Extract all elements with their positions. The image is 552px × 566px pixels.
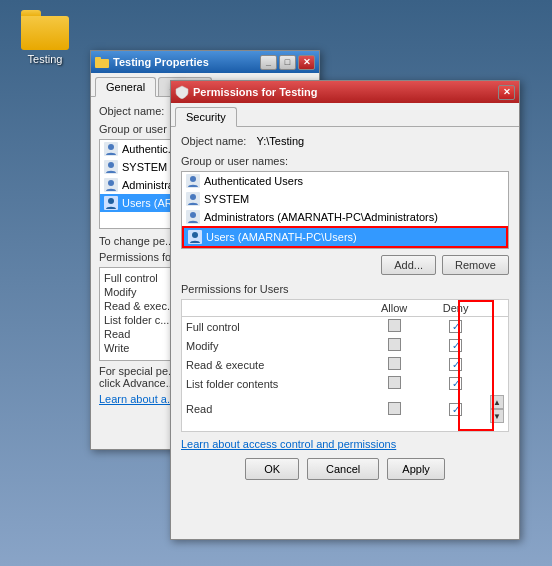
table-row: Full control ✓ (182, 317, 508, 337)
object-name-label: Object name: (99, 105, 164, 117)
perms-close-button[interactable]: ✕ (498, 85, 515, 100)
user-icon (104, 142, 118, 156)
learn-perms-link[interactable]: Learn about access control and permissio… (181, 438, 396, 450)
deny-cell[interactable]: ✓ (425, 374, 486, 393)
deny-checkbox[interactable]: ✓ (449, 339, 462, 352)
user-name: Administrators (AMARNATH-PC\Administrato… (204, 211, 438, 223)
list-item[interactable]: SYSTEM (182, 190, 508, 208)
allow-cell[interactable] (363, 355, 425, 374)
add-remove-row: Add... Remove (181, 255, 509, 275)
allow-checkbox[interactable] (388, 402, 401, 415)
remove-button[interactable]: Remove (442, 255, 509, 275)
user-icon (188, 230, 202, 244)
list-item[interactable]: Administrators (AMARNATH-PC\Administrato… (182, 208, 508, 226)
perms-table-wrapper: Allow Deny Full control ✓ (181, 299, 509, 432)
perms-object-label: Object name: (181, 135, 246, 147)
perms-titlebar-buttons: ✕ (498, 85, 515, 100)
perms-tab-bar: Security (171, 103, 519, 127)
perms-dialog-window: Permissions for Testing ✕ Security Objec… (170, 80, 520, 540)
deny-checkbox[interactable]: ✓ (449, 403, 462, 416)
allow-cell[interactable] (363, 317, 425, 337)
maximize-button[interactable]: □ (279, 55, 296, 70)
scroll-spacer (486, 300, 508, 317)
user-name: Users (AMARNATH-PC\Users) (206, 231, 357, 243)
allow-cell[interactable] (363, 393, 425, 425)
user-icon (104, 196, 118, 210)
table-row: Read & execute ✓ (182, 355, 508, 374)
perms-dialog-titlebar: Permissions for Testing ✕ (171, 81, 519, 103)
allow-checkbox[interactable] (388, 357, 401, 370)
deny-checkbox[interactable]: ✓ (449, 320, 462, 333)
ok-button[interactable]: OK (245, 458, 299, 480)
tab-security[interactable]: Security (175, 107, 237, 127)
folder-icon (21, 10, 69, 50)
titlebar-buttons: _ □ ✕ (260, 55, 315, 70)
allow-checkbox[interactable] (388, 319, 401, 332)
folder-item[interactable]: Testing (10, 10, 80, 65)
col-header-deny: Deny (425, 300, 486, 317)
scroll-up-arrow[interactable]: ▲ (490, 395, 504, 409)
apply-button[interactable]: Apply (387, 458, 445, 480)
perms-users-list: Authenticated Users SYSTEM Administrator… (181, 171, 509, 249)
svg-point-15 (190, 212, 196, 218)
minimize-button[interactable]: _ (260, 55, 277, 70)
tab-general[interactable]: General (95, 77, 156, 97)
allow-cell[interactable] (363, 336, 425, 355)
table-row: List folder contents ✓ (182, 374, 508, 393)
list-item-selected[interactable]: Users (AMARNATH-PC\Users) (182, 226, 508, 248)
cancel-button[interactable]: Cancel (307, 458, 379, 480)
deny-cell[interactable]: ✓ (425, 355, 486, 374)
allow-cell[interactable] (363, 374, 425, 393)
testing-props-title: Testing Properties (113, 56, 260, 68)
add-button[interactable]: Add... (381, 255, 436, 275)
desktop: Testing Testing Properties _ □ ✕ General… (0, 0, 552, 566)
perms-dialog-title: Permissions for Testing (193, 86, 498, 98)
perms-for-users-label: Permissions for Users (181, 283, 509, 295)
deny-cell[interactable]: ✓ (425, 336, 486, 355)
user-icon (104, 160, 118, 174)
svg-point-9 (108, 198, 114, 204)
scroll-cell: ▲ ▼ (486, 393, 508, 425)
folder-label: Testing (28, 53, 63, 65)
allow-checkbox[interactable] (388, 338, 401, 351)
svg-rect-1 (95, 57, 101, 61)
perms-dialog-content: Object name: Y:\Testing Group or user na… (171, 127, 519, 488)
svg-point-13 (190, 194, 196, 200)
perm-name: Modify (182, 336, 363, 355)
perms-object-value: Y:\Testing (256, 135, 304, 147)
user-name: SYSTEM (204, 193, 249, 205)
perm-name: Read & execute (182, 355, 363, 374)
shield-title-icon (175, 85, 189, 99)
scroll-down-arrow[interactable]: ▼ (490, 409, 504, 423)
testing-props-titlebar: Testing Properties _ □ ✕ (91, 51, 319, 73)
svg-point-3 (108, 144, 114, 150)
table-row: Modify ✓ (182, 336, 508, 355)
perms-object-name-row: Object name: Y:\Testing (181, 135, 509, 147)
deny-checkbox[interactable]: ✓ (449, 358, 462, 371)
scroll-cell (486, 355, 508, 374)
perms-table: Allow Deny Full control ✓ (182, 300, 508, 425)
user-icon (104, 178, 118, 192)
col-header-perm (182, 300, 363, 317)
svg-point-17 (192, 232, 198, 238)
close-icon[interactable]: ✕ (298, 55, 315, 70)
table-row: Read ✓ ▲ ▼ (182, 393, 508, 425)
learn-link-row: Learn about access control and permissio… (181, 438, 509, 450)
svg-point-11 (190, 176, 196, 182)
list-item[interactable]: Authenticated Users (182, 172, 508, 190)
svg-point-7 (108, 180, 114, 186)
deny-cell[interactable]: ✓ (425, 393, 486, 425)
allow-checkbox[interactable] (388, 376, 401, 389)
user-icon (186, 192, 200, 206)
user-name: Authenticated Users (204, 175, 303, 187)
deny-cell[interactable]: ✓ (425, 317, 486, 337)
scroll-cell (486, 374, 508, 393)
perm-name: Full control (182, 317, 363, 337)
user-icon (186, 174, 200, 188)
svg-point-5 (108, 162, 114, 168)
perm-name: List folder contents (182, 374, 363, 393)
group-users-section-label: Group or user names: (181, 155, 509, 167)
deny-checkbox[interactable]: ✓ (449, 377, 462, 390)
col-header-allow: Allow (363, 300, 425, 317)
folder-title-icon (95, 55, 109, 69)
